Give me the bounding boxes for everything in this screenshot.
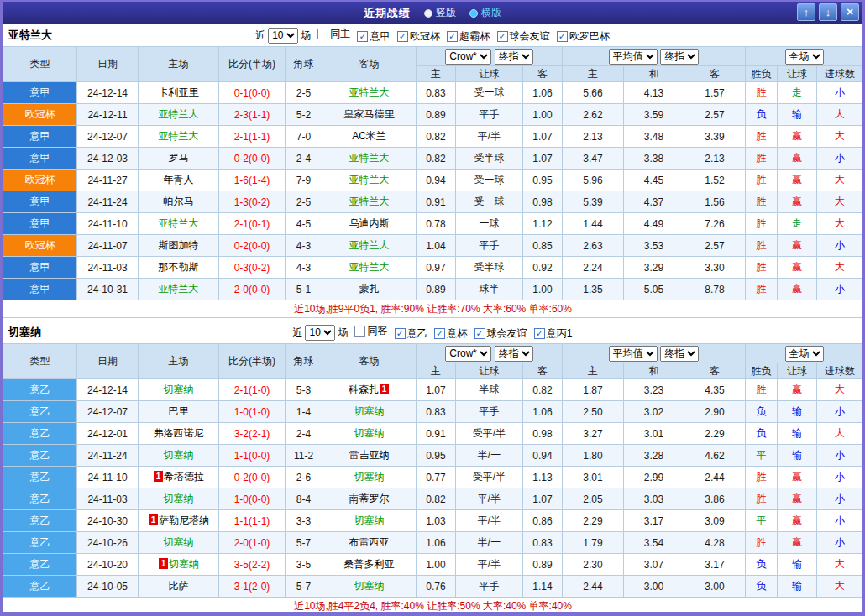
odds-time-select[interactable]: 终指	[495, 49, 533, 65]
scope-select[interactable]: 全场	[785, 346, 824, 362]
team-name[interactable]: 亚特兰大	[349, 196, 390, 207]
average-time-select[interactable]: 终指	[660, 346, 699, 362]
team-name[interactable]: 切塞纳	[164, 493, 194, 504]
score-cell[interactable]: 2-1(1-1)	[219, 126, 286, 148]
team-name[interactable]: 亚特兰大	[349, 86, 390, 98]
checkbox-icon[interactable]: ✓	[357, 31, 368, 42]
score-cell[interactable]: 1-6(1-4)	[219, 170, 286, 191]
league-filter-checkbox[interactable]: ✓ 意乙	[395, 326, 427, 341]
team-name[interactable]: 亚特兰大	[159, 283, 199, 295]
odds-time-select[interactable]: 终指	[495, 346, 533, 362]
checkbox-icon[interactable]: ✓	[534, 328, 545, 339]
checkbox-icon[interactable]: ✓	[395, 328, 406, 339]
score-cell[interactable]: 2-1(1-0)	[219, 379, 286, 401]
team-name[interactable]: 乌迪内斯	[349, 217, 390, 229]
move-down-button[interactable]: ↓	[819, 3, 837, 21]
team-name[interactable]: 南蒂罗尔	[349, 493, 390, 504]
team-name[interactable]: 蒙扎	[359, 283, 380, 295]
team-name[interactable]: 切塞纳	[354, 580, 385, 592]
team-name[interactable]: 科森扎	[349, 384, 379, 395]
league-filter-checkbox[interactable]: 同客	[354, 324, 387, 338]
odds-company-select[interactable]: Crow*	[445, 49, 491, 65]
team-name[interactable]: 切塞纳	[169, 558, 199, 570]
league-filter-checkbox[interactable]: ✓ 欧罗巴杯	[557, 29, 610, 44]
score-cell[interactable]: 1-0(1-0)	[219, 401, 286, 423]
score-cell[interactable]: 2-0(1-0)	[219, 532, 286, 554]
league-filter-checkbox[interactable]: ✓ 意杯	[434, 326, 467, 341]
team-name[interactable]: 帕尔马	[164, 196, 194, 207]
close-button[interactable]: ×	[841, 3, 859, 21]
team-name[interactable]: 亚特兰大	[349, 261, 390, 273]
team-name[interactable]: 巴里	[169, 405, 189, 417]
match-count-select[interactable]: 10	[305, 325, 335, 341]
team-name[interactable]: 皇家马德里	[344, 108, 395, 120]
team-name[interactable]: 桑普多利亚	[344, 558, 395, 570]
team-name[interactable]: 比萨	[169, 580, 189, 592]
team-name[interactable]: 弗洛西诺尼	[154, 427, 204, 439]
team-name[interactable]: 卡利亚里	[159, 86, 199, 98]
score-cell[interactable]: 3-5(2-2)	[219, 554, 286, 576]
team-name[interactable]: 罗马	[169, 152, 189, 164]
team-name[interactable]: 切塞纳	[164, 536, 194, 548]
score-cell[interactable]: 1-3(0-2)	[219, 191, 286, 213]
league-filter-checkbox[interactable]: ✓ 意甲	[357, 29, 390, 44]
vertical-layout-radio[interactable]: 竖版	[424, 6, 456, 20]
league-filter-checkbox[interactable]: ✓ 欧冠杯	[397, 29, 440, 44]
average-select[interactable]: 平均值	[609, 49, 658, 65]
checkbox-icon[interactable]: ✓	[474, 328, 485, 339]
team-name[interactable]: 雷吉亚纳	[349, 449, 390, 461]
league-filter-checkbox[interactable]: 同主	[317, 27, 350, 41]
team-name[interactable]: 亚特兰大	[159, 130, 199, 142]
checkbox-icon[interactable]: ✓	[397, 31, 408, 42]
score-cell[interactable]: 3-2(2-1)	[219, 423, 286, 445]
scope-select[interactable]: 全场	[785, 49, 824, 65]
checkbox-icon[interactable]: ✓	[557, 31, 568, 42]
score-cell[interactable]: 2-3(1-1)	[219, 104, 286, 126]
score-cell[interactable]: 2-1(0-1)	[219, 213, 286, 235]
checkbox-icon[interactable]: ✓	[434, 328, 445, 339]
average-select[interactable]: 平均值	[609, 346, 658, 362]
score-cell[interactable]: 2-0(0-0)	[219, 279, 286, 300]
team-name[interactable]: 斯图加特	[159, 239, 199, 251]
match-count-select[interactable]: 10	[268, 28, 298, 44]
team-name[interactable]: 切塞纳	[164, 449, 194, 461]
odds-company-select[interactable]: Crow*	[445, 346, 491, 362]
team-name[interactable]: 那不勒斯	[159, 261, 199, 273]
score-cell[interactable]: 1-0(0-0)	[219, 488, 286, 510]
score-cell[interactable]: 0-2(0-0)	[219, 235, 286, 257]
league-filter-checkbox[interactable]: ✓ 意丙1	[534, 326, 573, 341]
team-name[interactable]: 希塔德拉	[164, 471, 204, 483]
score-cell[interactable]: 3-1(2-0)	[219, 576, 286, 598]
team-name[interactable]: 切塞纳	[354, 427, 385, 439]
move-up-button[interactable]: ↑	[797, 3, 815, 21]
team-name[interactable]: 亚特兰大	[349, 174, 390, 185]
league-filter-checkbox[interactable]: ✓ 超霸杯	[447, 29, 490, 44]
score-cell[interactable]: 0-2(0-0)	[219, 467, 286, 488]
team-name[interactable]: 切塞纳	[354, 514, 385, 526]
average-time-select[interactable]: 终指	[660, 49, 699, 65]
team-name[interactable]: 亚特兰大	[159, 108, 199, 120]
score-cell[interactable]: 0-2(0-0)	[219, 148, 286, 170]
checkbox-icon[interactable]: ✓	[447, 31, 458, 42]
league-filter-checkbox[interactable]: ✓ 球会友谊	[474, 326, 527, 341]
team-name[interactable]: 切塞纳	[354, 471, 385, 483]
horizontal-layout-radio[interactable]: 横版	[469, 6, 501, 20]
checkbox-icon[interactable]	[354, 326, 365, 337]
league-filter-checkbox[interactable]: ✓ 球会友谊	[497, 29, 550, 44]
team-name[interactable]: 布雷西亚	[349, 536, 390, 548]
team-name[interactable]: 亚特兰大	[349, 239, 390, 251]
score-cell[interactable]: 1-1(0-0)	[219, 445, 286, 467]
team-name[interactable]: 年青人	[164, 174, 194, 185]
team-name[interactable]: AC米兰	[352, 130, 386, 142]
score-cell[interactable]: 1-1(1-1)	[219, 510, 286, 532]
score-cell[interactable]: 0-1(0-0)	[219, 82, 286, 104]
team-name[interactable]: 切塞纳	[164, 384, 194, 395]
team-name[interactable]: 亚特兰大	[159, 217, 199, 229]
team-name[interactable]: 萨勒尼塔纳	[159, 514, 209, 526]
score-cell[interactable]: 0-3(0-2)	[219, 257, 286, 279]
team-name[interactable]: 切塞纳	[354, 405, 385, 417]
team-name[interactable]: 亚特兰大	[349, 152, 390, 164]
away-team-cell: 切塞纳	[322, 510, 417, 532]
checkbox-icon[interactable]	[317, 29, 328, 39]
checkbox-icon[interactable]: ✓	[497, 31, 508, 42]
